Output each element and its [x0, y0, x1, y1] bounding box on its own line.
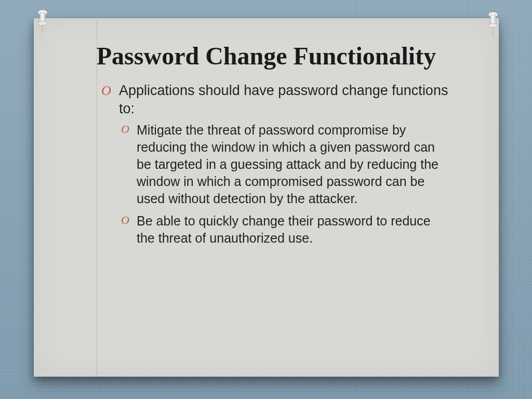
- bullet-level2: O Mitigate the threat of password compro…: [121, 122, 449, 207]
- svg-point-2: [488, 12, 498, 17]
- bullet-level2: O Be able to quickly change their passwo…: [121, 212, 449, 247]
- bullet-text: Applications should have password change…: [119, 82, 449, 118]
- bullet-marker-icon: O: [121, 212, 137, 227]
- bullet-level1: O Applications should have password chan…: [101, 82, 449, 118]
- bullet-marker-icon: O: [121, 122, 137, 136]
- svg-point-0: [38, 10, 47, 15]
- slide-content: O Applications should have password chan…: [34, 82, 499, 247]
- bullet-marker-icon: O: [101, 82, 119, 99]
- bullet-text: Be able to quickly change their password…: [137, 212, 449, 247]
- slide-title: Password Change Functionality: [34, 18, 499, 82]
- bullet-text: Mitigate the threat of password compromi…: [137, 122, 449, 207]
- slide-card: Password Change Functionality O Applicat…: [34, 18, 499, 377]
